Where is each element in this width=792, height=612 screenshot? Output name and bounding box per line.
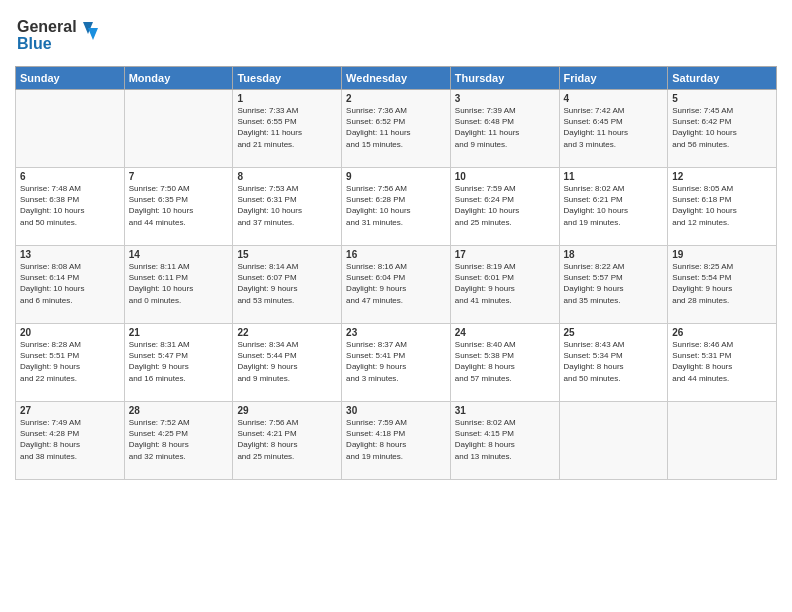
day-info: Sunrise: 8:19 AM Sunset: 6:01 PM Dayligh… xyxy=(455,261,555,306)
day-header-tuesday: Tuesday xyxy=(233,67,342,90)
calendar-week-0: 1Sunrise: 7:33 AM Sunset: 6:55 PM Daylig… xyxy=(16,90,777,168)
day-number: 5 xyxy=(672,93,772,104)
calendar-cell: 13Sunrise: 8:08 AM Sunset: 6:14 PM Dayli… xyxy=(16,246,125,324)
day-info: Sunrise: 7:36 AM Sunset: 6:52 PM Dayligh… xyxy=(346,105,446,150)
day-number: 2 xyxy=(346,93,446,104)
svg-text:Blue: Blue xyxy=(17,35,52,52)
calendar-cell: 9Sunrise: 7:56 AM Sunset: 6:28 PM Daylig… xyxy=(342,168,451,246)
day-info: Sunrise: 7:56 AM Sunset: 6:28 PM Dayligh… xyxy=(346,183,446,228)
svg-marker-3 xyxy=(88,28,98,40)
day-number: 10 xyxy=(455,171,555,182)
day-header-friday: Friday xyxy=(559,67,668,90)
calendar-cell: 25Sunrise: 8:43 AM Sunset: 5:34 PM Dayli… xyxy=(559,324,668,402)
calendar-cell: 3Sunrise: 7:39 AM Sunset: 6:48 PM Daylig… xyxy=(450,90,559,168)
day-info: Sunrise: 8:16 AM Sunset: 6:04 PM Dayligh… xyxy=(346,261,446,306)
calendar-cell: 10Sunrise: 7:59 AM Sunset: 6:24 PM Dayli… xyxy=(450,168,559,246)
day-header-monday: Monday xyxy=(124,67,233,90)
day-number: 11 xyxy=(564,171,664,182)
calendar-cell: 6Sunrise: 7:48 AM Sunset: 6:38 PM Daylig… xyxy=(16,168,125,246)
day-info: Sunrise: 7:50 AM Sunset: 6:35 PM Dayligh… xyxy=(129,183,229,228)
day-number: 23 xyxy=(346,327,446,338)
calendar-cell: 11Sunrise: 8:02 AM Sunset: 6:21 PM Dayli… xyxy=(559,168,668,246)
day-header-sunday: Sunday xyxy=(16,67,125,90)
day-number: 12 xyxy=(672,171,772,182)
day-number: 17 xyxy=(455,249,555,260)
calendar-cell: 18Sunrise: 8:22 AM Sunset: 5:57 PM Dayli… xyxy=(559,246,668,324)
day-number: 4 xyxy=(564,93,664,104)
day-number: 14 xyxy=(129,249,229,260)
calendar-cell: 12Sunrise: 8:05 AM Sunset: 6:18 PM Dayli… xyxy=(668,168,777,246)
day-number: 20 xyxy=(20,327,120,338)
calendar-table: SundayMondayTuesdayWednesdayThursdayFrid… xyxy=(15,66,777,480)
calendar-cell xyxy=(559,402,668,480)
day-info: Sunrise: 8:46 AM Sunset: 5:31 PM Dayligh… xyxy=(672,339,772,384)
calendar-cell: 22Sunrise: 8:34 AM Sunset: 5:44 PM Dayli… xyxy=(233,324,342,402)
day-number: 29 xyxy=(237,405,337,416)
day-info: Sunrise: 7:53 AM Sunset: 6:31 PM Dayligh… xyxy=(237,183,337,228)
calendar-cell: 14Sunrise: 8:11 AM Sunset: 6:11 PM Dayli… xyxy=(124,246,233,324)
calendar-cell: 21Sunrise: 8:31 AM Sunset: 5:47 PM Dayli… xyxy=(124,324,233,402)
day-info: Sunrise: 8:08 AM Sunset: 6:14 PM Dayligh… xyxy=(20,261,120,306)
day-info: Sunrise: 8:43 AM Sunset: 5:34 PM Dayligh… xyxy=(564,339,664,384)
day-number: 18 xyxy=(564,249,664,260)
day-number: 15 xyxy=(237,249,337,260)
day-info: Sunrise: 8:25 AM Sunset: 5:54 PM Dayligh… xyxy=(672,261,772,306)
calendar-cell: 26Sunrise: 8:46 AM Sunset: 5:31 PM Dayli… xyxy=(668,324,777,402)
day-header-wednesday: Wednesday xyxy=(342,67,451,90)
day-info: Sunrise: 7:56 AM Sunset: 4:21 PM Dayligh… xyxy=(237,417,337,462)
calendar-header-row: SundayMondayTuesdayWednesdayThursdayFrid… xyxy=(16,67,777,90)
day-info: Sunrise: 8:31 AM Sunset: 5:47 PM Dayligh… xyxy=(129,339,229,384)
day-info: Sunrise: 7:59 AM Sunset: 4:18 PM Dayligh… xyxy=(346,417,446,462)
day-info: Sunrise: 8:14 AM Sunset: 6:07 PM Dayligh… xyxy=(237,261,337,306)
calendar-cell: 1Sunrise: 7:33 AM Sunset: 6:55 PM Daylig… xyxy=(233,90,342,168)
calendar-cell: 19Sunrise: 8:25 AM Sunset: 5:54 PM Dayli… xyxy=(668,246,777,324)
day-number: 24 xyxy=(455,327,555,338)
svg-text:General: General xyxy=(17,18,77,35)
calendar-cell: 4Sunrise: 7:42 AM Sunset: 6:45 PM Daylig… xyxy=(559,90,668,168)
calendar-cell: 17Sunrise: 8:19 AM Sunset: 6:01 PM Dayli… xyxy=(450,246,559,324)
day-header-thursday: Thursday xyxy=(450,67,559,90)
day-number: 6 xyxy=(20,171,120,182)
day-number: 1 xyxy=(237,93,337,104)
calendar-cell: 20Sunrise: 8:28 AM Sunset: 5:51 PM Dayli… xyxy=(16,324,125,402)
day-number: 19 xyxy=(672,249,772,260)
calendar-cell: 16Sunrise: 8:16 AM Sunset: 6:04 PM Dayli… xyxy=(342,246,451,324)
calendar-cell xyxy=(124,90,233,168)
calendar-cell: 15Sunrise: 8:14 AM Sunset: 6:07 PM Dayli… xyxy=(233,246,342,324)
calendar-cell: 31Sunrise: 8:02 AM Sunset: 4:15 PM Dayli… xyxy=(450,402,559,480)
day-number: 8 xyxy=(237,171,337,182)
day-number: 30 xyxy=(346,405,446,416)
calendar-cell: 2Sunrise: 7:36 AM Sunset: 6:52 PM Daylig… xyxy=(342,90,451,168)
day-number: 28 xyxy=(129,405,229,416)
calendar-cell: 8Sunrise: 7:53 AM Sunset: 6:31 PM Daylig… xyxy=(233,168,342,246)
day-info: Sunrise: 8:40 AM Sunset: 5:38 PM Dayligh… xyxy=(455,339,555,384)
day-info: Sunrise: 7:39 AM Sunset: 6:48 PM Dayligh… xyxy=(455,105,555,150)
day-info: Sunrise: 7:45 AM Sunset: 6:42 PM Dayligh… xyxy=(672,105,772,150)
day-info: Sunrise: 8:05 AM Sunset: 6:18 PM Dayligh… xyxy=(672,183,772,228)
day-number: 16 xyxy=(346,249,446,260)
day-info: Sunrise: 8:02 AM Sunset: 4:15 PM Dayligh… xyxy=(455,417,555,462)
day-info: Sunrise: 8:11 AM Sunset: 6:11 PM Dayligh… xyxy=(129,261,229,306)
day-info: Sunrise: 7:59 AM Sunset: 6:24 PM Dayligh… xyxy=(455,183,555,228)
day-info: Sunrise: 7:52 AM Sunset: 4:25 PM Dayligh… xyxy=(129,417,229,462)
day-info: Sunrise: 8:34 AM Sunset: 5:44 PM Dayligh… xyxy=(237,339,337,384)
calendar-cell: 7Sunrise: 7:50 AM Sunset: 6:35 PM Daylig… xyxy=(124,168,233,246)
day-info: Sunrise: 8:02 AM Sunset: 6:21 PM Dayligh… xyxy=(564,183,664,228)
logo: General Blue xyxy=(15,14,105,60)
day-info: Sunrise: 7:48 AM Sunset: 6:38 PM Dayligh… xyxy=(20,183,120,228)
day-header-saturday: Saturday xyxy=(668,67,777,90)
day-number: 9 xyxy=(346,171,446,182)
day-number: 26 xyxy=(672,327,772,338)
day-number: 13 xyxy=(20,249,120,260)
calendar-week-1: 6Sunrise: 7:48 AM Sunset: 6:38 PM Daylig… xyxy=(16,168,777,246)
day-info: Sunrise: 8:22 AM Sunset: 5:57 PM Dayligh… xyxy=(564,261,664,306)
day-info: Sunrise: 8:37 AM Sunset: 5:41 PM Dayligh… xyxy=(346,339,446,384)
calendar-cell xyxy=(16,90,125,168)
calendar-cell: 28Sunrise: 7:52 AM Sunset: 4:25 PM Dayli… xyxy=(124,402,233,480)
day-number: 21 xyxy=(129,327,229,338)
calendar-week-3: 20Sunrise: 8:28 AM Sunset: 5:51 PM Dayli… xyxy=(16,324,777,402)
calendar-cell: 23Sunrise: 8:37 AM Sunset: 5:41 PM Dayli… xyxy=(342,324,451,402)
calendar-cell xyxy=(668,402,777,480)
calendar-cell: 5Sunrise: 7:45 AM Sunset: 6:42 PM Daylig… xyxy=(668,90,777,168)
calendar-cell: 24Sunrise: 8:40 AM Sunset: 5:38 PM Dayli… xyxy=(450,324,559,402)
